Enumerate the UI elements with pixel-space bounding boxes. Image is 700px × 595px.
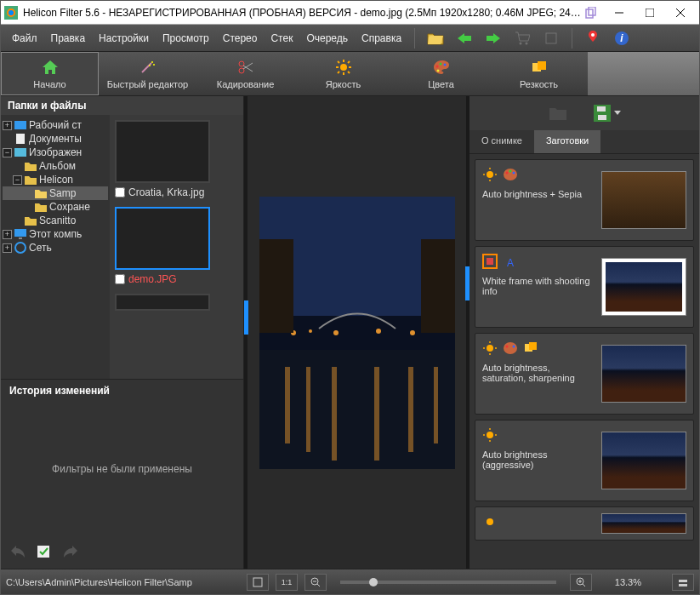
menu-help[interactable]: Справка: [356, 29, 407, 48]
tab-brightness-label: Яркость: [326, 79, 361, 89]
svg-point-16: [151, 61, 153, 63]
svg-point-74: [513, 172, 515, 174]
preset-thumb: [601, 171, 686, 229]
svg-point-72: [506, 172, 509, 174]
menu-stack[interactable]: Стек: [265, 29, 299, 48]
svg-point-43: [15, 243, 26, 253]
zoom-slider[interactable]: [340, 581, 556, 584]
zoom-out-button[interactable]: [304, 574, 327, 591]
preset-item[interactable]: Auto brightness, saturation, sharpening: [475, 333, 694, 415]
preset-item[interactable]: Auto brightness + Sepia: [475, 159, 694, 241]
tree-images[interactable]: −Изображен: [3, 146, 108, 159]
tab-start[interactable]: Начало: [1, 52, 99, 95]
tree-scanitto[interactable]: Scanitto: [3, 214, 108, 227]
tab-quick-editor[interactable]: Быстрый редактор: [99, 52, 196, 95]
zoom-slider-knob[interactable]: [369, 578, 378, 586]
thumbnail-item[interactable]: [115, 294, 238, 311]
wand-icon: [139, 59, 157, 76]
open-folder-icon[interactable]: [425, 28, 446, 49]
history-empty-text: Фильтры не были применены: [9, 400, 235, 538]
tab-colors[interactable]: Цвета: [392, 52, 490, 95]
history-undo-icon[interactable]: [9, 543, 28, 558]
tab-presets[interactable]: Заготовки: [534, 130, 600, 153]
splitter-right[interactable]: [465, 266, 470, 300]
history-apply-icon[interactable]: [35, 543, 54, 558]
cart-icon[interactable]: [512, 28, 532, 49]
preview-area[interactable]: [244, 96, 470, 569]
menu-edit[interactable]: Правка: [45, 29, 92, 48]
tree-helicon[interactable]: −Helicon: [3, 173, 108, 186]
view-mode-button[interactable]: [672, 574, 694, 591]
svg-point-35: [436, 69, 439, 72]
preset-item[interactable]: A White frame with shooting info: [475, 246, 694, 328]
svg-rect-56: [306, 367, 310, 452]
maximize-button[interactable]: [635, 3, 665, 22]
zoom-fit-button[interactable]: [247, 574, 269, 591]
menu-view[interactable]: Просмотр: [157, 29, 215, 48]
svg-rect-62: [421, 239, 455, 333]
thumb-checkbox[interactable]: [115, 187, 125, 197]
menu-stereo[interactable]: Стерео: [217, 29, 264, 48]
tab-sharpness-label: Резкость: [520, 79, 558, 89]
zoom-in-button[interactable]: [570, 574, 592, 591]
svg-rect-57: [332, 367, 337, 461]
svg-point-52: [376, 329, 381, 334]
svg-point-17: [149, 65, 151, 66]
folder-tree[interactable]: +Рабочий ст Документы −Изображен Альбом …: [1, 115, 110, 379]
tab-crop[interactable]: Кадирование: [196, 52, 294, 95]
text-icon: A: [503, 254, 518, 269]
save-icon[interactable]: [594, 105, 621, 122]
tree-saved[interactable]: Сохране: [3, 200, 108, 214]
svg-rect-55: [285, 367, 290, 443]
palette-icon: [433, 59, 450, 76]
history-redo-icon[interactable]: [60, 543, 79, 558]
copy-icon[interactable]: [582, 3, 600, 22]
thumbnail-item-selected[interactable]: demo.JPG: [115, 207, 238, 285]
svg-rect-94: [253, 578, 262, 586]
menu-settings[interactable]: Настройки: [93, 29, 155, 48]
menu-file[interactable]: Файл: [6, 29, 43, 48]
thumbnail-item[interactable]: Croatia, Krka.jpg: [115, 120, 238, 198]
svg-point-9: [520, 42, 522, 44]
preset-thumb: [601, 345, 686, 403]
preset-item[interactable]: Auto brightness (aggressive): [475, 420, 694, 501]
svg-point-93: [487, 518, 493, 525]
svg-rect-65: [598, 115, 606, 120]
tree-album[interactable]: Альбом: [3, 159, 108, 173]
svg-rect-60: [434, 367, 438, 443]
tree-samples[interactable]: Samp: [3, 186, 108, 200]
sun-icon: [482, 514, 498, 529]
menu-queue[interactable]: Очередь: [300, 29, 354, 48]
preset-thumb: [601, 258, 686, 316]
tree-network[interactable]: +Сеть: [3, 241, 108, 255]
tree-thispc[interactable]: +Этот компь: [3, 227, 108, 241]
pin-icon[interactable]: [583, 28, 603, 49]
zoom-11-button[interactable]: 1:1: [276, 574, 298, 591]
svg-point-84: [506, 346, 509, 348]
tree-desktop[interactable]: +Рабочий ст: [3, 118, 108, 132]
svg-point-66: [487, 171, 493, 178]
thumbnails-panel: Croatia, Krka.jpg demo.JPG: [110, 115, 243, 379]
close-button[interactable]: [665, 3, 696, 22]
tab-brightness[interactable]: Яркость: [294, 52, 392, 95]
svg-rect-59: [408, 367, 413, 452]
arrow-right-icon[interactable]: [483, 28, 504, 49]
splitter-left[interactable]: [244, 300, 248, 335]
svg-rect-37: [538, 61, 546, 70]
info-icon[interactable]: i: [612, 28, 632, 49]
preset-item[interactable]: [475, 506, 694, 541]
thumb-checkbox[interactable]: [115, 274, 125, 284]
arrow-left-icon[interactable]: [454, 28, 475, 49]
preset-title: Auto brightness (aggressive): [482, 449, 593, 470]
svg-rect-3: [586, 9, 593, 18]
tree-documents[interactable]: Документы: [3, 132, 108, 146]
tab-sharpness[interactable]: Резкость: [490, 52, 588, 95]
svg-point-12: [591, 33, 595, 37]
minimize-button[interactable]: [604, 3, 635, 22]
presets-folder-icon[interactable]: [548, 105, 568, 122]
svg-line-30: [338, 72, 339, 73]
tab-about-image[interactable]: О снимке: [470, 130, 534, 153]
svg-line-15: [142, 63, 151, 72]
square-icon[interactable]: [541, 28, 561, 49]
svg-rect-58: [374, 367, 379, 461]
